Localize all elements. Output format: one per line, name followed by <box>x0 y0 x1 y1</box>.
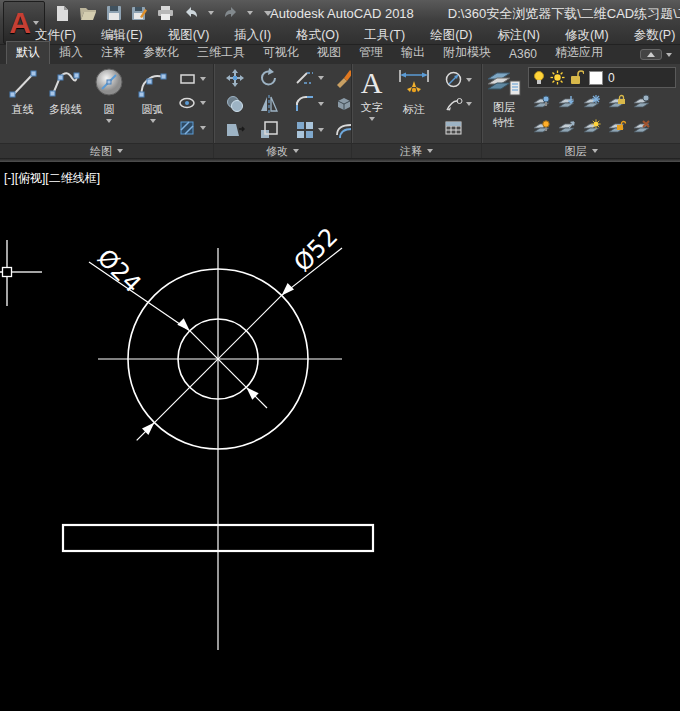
collapse-ribbon-icon <box>647 52 655 57</box>
dimension-icon <box>396 67 432 101</box>
rotate-button[interactable] <box>252 65 286 91</box>
layer-isolate-button[interactable] <box>555 90 580 115</box>
stretch-button[interactable] <box>218 117 252 143</box>
ellipse-button[interactable] <box>179 95 206 111</box>
multileader-dropdown-icon[interactable] <box>466 102 472 106</box>
tab-view[interactable]: 视图 <box>308 42 350 64</box>
circle-icon <box>92 67 126 101</box>
new-file-icon[interactable] <box>52 4 71 22</box>
save-as-icon[interactable] <box>130 4 149 22</box>
move-button[interactable] <box>218 65 252 91</box>
circle-dropdown-icon[interactable] <box>106 119 112 123</box>
viewport-controls-label[interactable]: [-][俯视][二维线框] <box>4 170 100 187</box>
crosshair-cursor <box>0 240 42 306</box>
hatch-dropdown-icon[interactable] <box>200 126 206 130</box>
tab-parametric[interactable]: 参数化 <box>134 42 188 64</box>
fillet-button[interactable] <box>286 91 332 117</box>
layer-delete-button[interactable] <box>630 115 655 140</box>
ribbon: 直线 多段线 <box>0 64 680 158</box>
tab-add-ins[interactable]: 附加模块 <box>434 42 500 64</box>
layer-off-button[interactable] <box>530 90 555 115</box>
text-icon: A <box>361 67 383 99</box>
layer-tools-row-1 <box>526 90 680 115</box>
panel-annotation-footer[interactable]: 注释 <box>352 143 481 158</box>
panel-modify-footer[interactable]: 修改 <box>214 143 351 158</box>
dimension-outer-diameter[interactable]: Ø52 <box>137 222 344 440</box>
array-icon <box>295 120 315 140</box>
menu-dimension[interactable]: 标注(N) <box>493 26 545 45</box>
unlock-icon <box>570 70 584 85</box>
table-button[interactable] <box>445 121 472 136</box>
scale-button[interactable] <box>252 117 286 143</box>
save-icon[interactable] <box>104 4 123 22</box>
undo-icon[interactable] <box>182 4 201 22</box>
layer-on-button[interactable] <box>530 115 555 140</box>
copy-icon <box>225 94 245 114</box>
tab-3d-tools[interactable]: 三维工具 <box>188 42 254 64</box>
undo-dropdown-icon[interactable] <box>208 11 214 15</box>
tab-visualize[interactable]: 可视化 <box>254 42 308 64</box>
layer-select-combo[interactable]: 0 <box>528 67 676 88</box>
rectangle-button[interactable] <box>179 71 206 87</box>
multileader-button[interactable] <box>445 97 472 112</box>
arc-dropdown-icon[interactable] <box>150 119 156 123</box>
trim-dropdown-icon[interactable] <box>318 76 324 80</box>
layer-properties-icon <box>486 67 522 99</box>
tab-manage[interactable]: 管理 <box>350 42 392 64</box>
layer-unisolate-button[interactable] <box>555 115 580 140</box>
panel-layers-footer[interactable]: 图层 <box>482 143 680 158</box>
tab-annotate[interactable]: 注释 <box>92 42 134 64</box>
table-icon <box>445 121 463 136</box>
make-object-layer-current-button[interactable] <box>630 90 655 115</box>
layer-freeze-button[interactable] <box>580 90 605 115</box>
sun-icon <box>550 70 565 85</box>
circle-button[interactable]: 圆 <box>92 64 126 143</box>
dimension-style-button[interactable] <box>445 71 472 88</box>
ellipse-dropdown-icon[interactable] <box>200 101 206 105</box>
plot-icon[interactable] <box>156 4 175 22</box>
color-swatch-icon <box>589 71 603 85</box>
trim-button[interactable] <box>286 65 332 91</box>
mirror-button[interactable] <box>252 91 286 117</box>
panel-annotation: A 文字 <box>352 64 481 158</box>
fillet-dropdown-icon[interactable] <box>318 102 324 106</box>
array-button[interactable] <box>286 117 332 143</box>
hatch-button[interactable] <box>179 120 206 136</box>
ribbon-collapse-control[interactable] <box>640 49 672 60</box>
arc-button[interactable]: 圆弧 <box>136 64 170 143</box>
tab-output[interactable]: 输出 <box>392 42 434 64</box>
bulb-on-icon <box>533 70 545 85</box>
text-button[interactable]: A 文字 <box>361 64 383 143</box>
polyline-button[interactable]: 多段线 <box>48 64 82 143</box>
collapse-options-icon[interactable] <box>666 53 672 57</box>
move-icon <box>225 68 245 88</box>
open-file-icon[interactable] <box>78 4 97 22</box>
drawing-canvas[interactable]: [-][俯视][二维线框] <box>0 162 680 711</box>
layer-lock-button[interactable] <box>605 90 630 115</box>
copy-button[interactable] <box>218 91 252 117</box>
line-icon <box>7 67 39 101</box>
mirror-icon <box>259 94 279 114</box>
panel-draw: 直线 多段线 <box>0 64 213 158</box>
tab-a360[interactable]: A360 <box>500 45 546 64</box>
panel-modify: 修改 <box>214 64 351 158</box>
tab-featured-apps[interactable]: 精选应用 <box>546 42 612 64</box>
scale-icon <box>259 120 279 140</box>
text-dropdown-icon[interactable] <box>369 117 375 121</box>
layer-thaw-button[interactable] <box>580 115 605 140</box>
rectangle-dropdown-icon[interactable] <box>200 77 206 81</box>
panel-draw-footer[interactable]: 绘图 <box>0 143 213 158</box>
menu-parametric[interactable]: 参数(P) <box>629 26 680 45</box>
redo-dropdown-icon[interactable] <box>247 11 253 15</box>
tab-insert[interactable]: 插入 <box>50 42 92 64</box>
multileader-icon <box>445 97 463 112</box>
redo-icon[interactable] <box>221 4 240 22</box>
tab-default[interactable]: 默认 <box>6 41 50 64</box>
layer-properties-button[interactable]: 图层 特性 <box>482 64 526 143</box>
dimension-button[interactable]: 标注 <box>396 64 432 143</box>
dimension-style-dropdown-icon[interactable] <box>466 78 472 82</box>
layer-unlock-button[interactable] <box>605 115 630 140</box>
array-dropdown-icon[interactable] <box>318 128 324 132</box>
line-button[interactable]: 直线 <box>7 64 39 143</box>
polyline-icon <box>48 67 82 101</box>
